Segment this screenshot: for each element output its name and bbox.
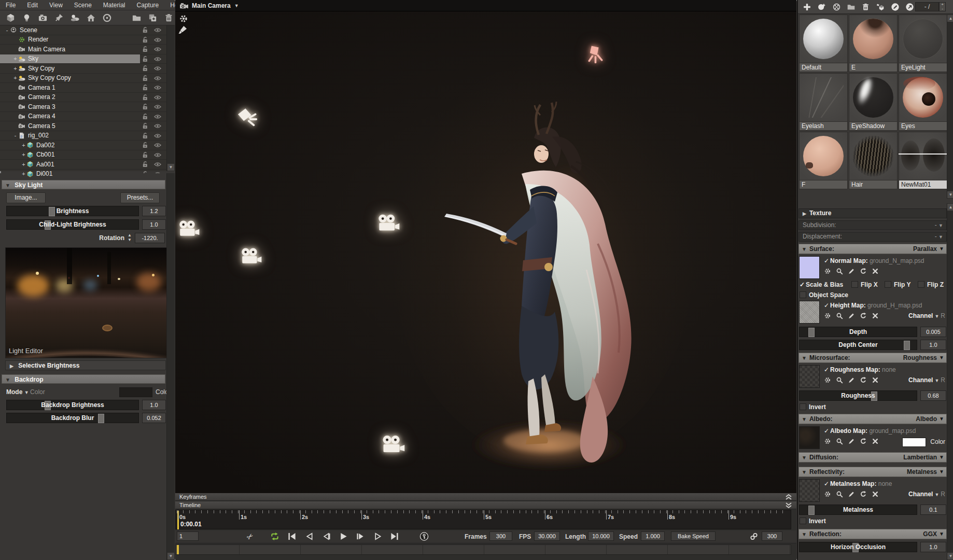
map-edit-pencil-icon[interactable] [848, 376, 855, 384]
flip-x-checkbox[interactable]: Flip X [851, 281, 878, 288]
link-chain-icon[interactable] [750, 532, 758, 541]
material-preview[interactable] [800, 74, 847, 121]
folder-icon[interactable] [131, 12, 142, 23]
pencil-circle-icon[interactable] [890, 2, 901, 12]
lock-icon[interactable] [142, 161, 148, 167]
viewport-camera-selector[interactable]: Main Camera [192, 2, 231, 9]
tree-item-sky[interactable]: + Sky [0, 54, 166, 64]
lock-icon[interactable] [142, 26, 148, 33]
cube-material-icon[interactable] [875, 2, 886, 12]
texture-section-row[interactable]: ▶Texture [798, 208, 947, 218]
scene-tree-scrollbar[interactable]: ▼ [166, 25, 175, 171]
transport-step-back-button[interactable] [321, 532, 331, 541]
channel-selector[interactable]: Channel▼R [908, 491, 945, 498]
pin-icon[interactable] [53, 12, 64, 23]
lock-icon[interactable] [142, 142, 148, 148]
rotation-value[interactable]: -1220. [135, 233, 165, 243]
material-eyelash[interactable]: Eyelash [799, 73, 848, 131]
map-label[interactable]: ✓Albedo Map: ground_map.psd [824, 427, 916, 435]
albedo-section-header[interactable]: ▼Albedo: Albedo ▼ [798, 414, 947, 424]
count-stepper[interactable]: +- [939, 2, 946, 11]
sky-icon[interactable] [69, 12, 80, 23]
slider-track[interactable]: Backdrop Brightness [6, 400, 139, 410]
texture-thumbnail[interactable] [799, 426, 820, 449]
slider-track[interactable]: Roughness [799, 390, 917, 401]
backdrop-brightness-slider[interactable]: Backdrop Brightness 1.0 [6, 400, 166, 410]
slider-track[interactable]: Backdrop Blur [6, 413, 139, 423]
tree-expand-toggle[interactable]: - [12, 132, 18, 138]
spotlight-gizmo-icon[interactable] [586, 44, 607, 63]
backdrop-mode-value[interactable]: Color [30, 388, 45, 396]
camera-gizmo-icon[interactable] [241, 247, 262, 265]
reflectivity-section-header[interactable]: ▼Reflectivity: Metalness ▼ [798, 467, 947, 477]
tree-item-aa001[interactable]: + Aa001 [0, 160, 166, 170]
speed-value[interactable]: 1.000 [641, 531, 665, 541]
double-chevron-up-icon[interactable] [785, 494, 792, 500]
lock-icon[interactable] [142, 94, 148, 101]
lock-icon[interactable] [142, 55, 148, 62]
microsurface-mode-dropdown[interactable]: Roughness [903, 353, 937, 362]
map-reload-icon[interactable] [860, 376, 867, 384]
transport-skip-end-button[interactable] [389, 532, 400, 541]
material-eyeshadow[interactable]: EyeShadow [849, 73, 898, 131]
material-name-label[interactable]: F [800, 180, 847, 189]
tree-item-camera-3[interactable]: Camera 3 [0, 102, 166, 112]
visibility-eye-icon[interactable] [154, 37, 161, 43]
lock-icon[interactable] [142, 75, 148, 81]
material-preview[interactable] [800, 15, 847, 63]
material-preview[interactable] [849, 132, 897, 180]
tree-item-camera-4[interactable]: Camera 4 [0, 112, 166, 122]
scissors-icon[interactable]: ✂ [243, 530, 257, 543]
material-preview[interactable] [849, 15, 897, 63]
tree-item-rig_002[interactable]: - p rig_002 [0, 131, 166, 141]
visibility-eye-icon[interactable] [154, 85, 161, 90]
lock-icon[interactable] [142, 122, 148, 129]
material-name-label[interactable]: Eyelash [800, 122, 847, 130]
visibility-eye-icon[interactable] [154, 161, 161, 167]
slider-value[interactable]: 1.0 [142, 400, 166, 410]
map-zoom-icon[interactable] [836, 491, 843, 498]
channel-selector[interactable]: Channel▼R [908, 376, 945, 384]
material-eyes[interactable]: Eyes [899, 73, 947, 131]
map-remove-icon[interactable] [872, 312, 879, 319]
lock-icon[interactable] [142, 113, 148, 120]
horizon-occlusion-slider[interactable]: Horizon Occlusion 1.0 [799, 542, 946, 552]
tree-expand-toggle[interactable]: - [4, 27, 10, 33]
reflectivity-mode-dropdown[interactable]: Metalness [907, 467, 937, 477]
trash-icon[interactable] [163, 12, 174, 23]
end-frame-value[interactable]: 300 [762, 531, 782, 541]
flip-z-checkbox[interactable]: Flip Z [918, 281, 944, 288]
spotlight-gizmo-icon[interactable] [235, 107, 257, 128]
surface-section-header[interactable]: ▼Surface: Parallax ▼ [798, 244, 947, 254]
chevron-down-icon[interactable]: ▼ [24, 390, 30, 395]
visibility-eye-icon[interactable] [154, 133, 161, 138]
material-name-label[interactable]: Default [800, 63, 847, 72]
light-editor-panorama[interactable]: Light Editor [5, 247, 167, 358]
scale-bias-checkbox[interactable]: ✓Scale & Bias [800, 281, 843, 288]
metalness-invert-checkbox[interactable]: Invert [800, 517, 826, 525]
frames-value[interactable]: 300 [489, 531, 512, 541]
tree-expand-toggle[interactable]: + [21, 171, 26, 177]
diffusion-section-header[interactable]: ▼Diffusion: Lambertian ▼ [798, 452, 947, 463]
fps-value[interactable]: 30.000 [534, 531, 560, 541]
reflection-section-header[interactable]: ▼Reflection: GGX ▼ [798, 529, 947, 539]
tree-expand-toggle[interactable]: + [12, 55, 18, 62]
slider-track[interactable]: Metalness [799, 505, 917, 515]
tree-expand-toggle[interactable]: + [21, 161, 26, 167]
lock-icon[interactable] [142, 132, 148, 139]
viewport-settings-gear-icon[interactable] [179, 14, 188, 23]
presets-button[interactable]: Presets... [120, 192, 160, 203]
albedo-mode-dropdown[interactable]: Albedo [916, 414, 937, 424]
camera-icon[interactable] [37, 12, 48, 23]
slider-track[interactable]: Depth [799, 327, 917, 337]
camera-gizmo-icon[interactable] [178, 220, 200, 237]
material-name-label[interactable]: NewMat01 [899, 180, 947, 189]
menu-file[interactable]: File [0, 2, 21, 9]
object-space-checkbox[interactable]: Object Space [800, 291, 848, 299]
transport-step-forward-button[interactable] [355, 532, 366, 541]
slider-value[interactable]: 1.2 [142, 206, 166, 216]
tree-item-sky-copy[interactable]: + Sky Copy [0, 64, 166, 74]
map-reload-icon[interactable] [860, 268, 867, 275]
brightness-slider[interactable]: Brightness 1.2 [6, 206, 166, 216]
visibility-eye-icon[interactable] [154, 104, 161, 109]
